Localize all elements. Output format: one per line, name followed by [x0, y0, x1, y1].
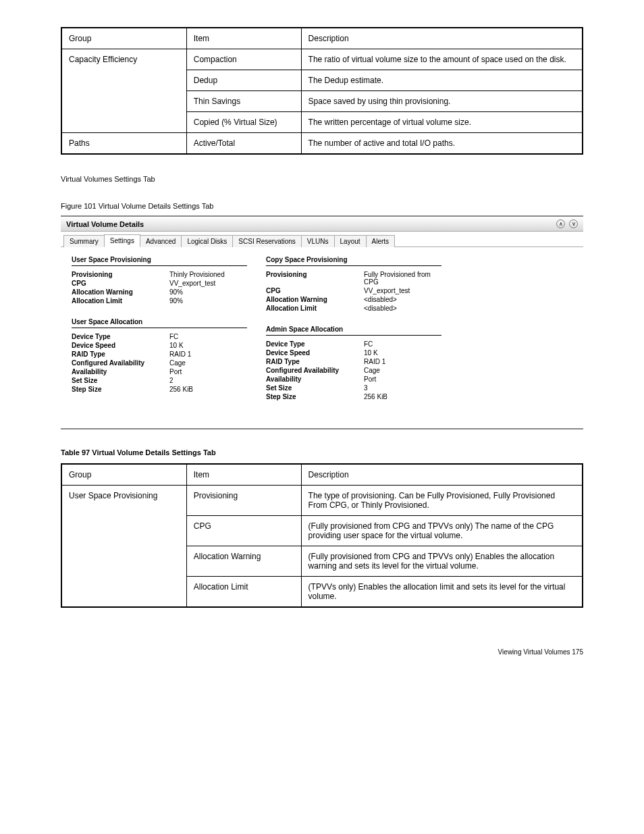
table-desc-cell: Space saved by using thin provisioning. [301, 91, 583, 112]
kv-value: 10 K [169, 342, 247, 349]
kv-key: Step Size [72, 386, 169, 393]
table-desc-cell: (Fully provisioned from CPG and TPVVs on… [301, 516, 583, 546]
kv-key: RAID Type [266, 358, 364, 365]
kv-value: 3 [364, 384, 441, 392]
kv-value: RAID 1 [169, 350, 247, 358]
table-item-cell: Thin Savings [186, 91, 301, 112]
t1-h1: Group [61, 28, 186, 49]
table-desc-cell: The written percentage of virtual volume… [301, 112, 583, 133]
kv-row: Step Size256 KiB [72, 385, 247, 394]
t1-h3: Description [301, 28, 583, 49]
table-item-cell: Active/Total [186, 133, 301, 155]
table-item-cell: Allocation Limit [186, 577, 301, 608]
kv-value: FC [364, 340, 441, 348]
kv-row: Step Size256 KiB [266, 392, 441, 401]
tab-scsi-reservations[interactable]: SCSI Reservations [232, 235, 301, 247]
collapse-icon[interactable]: ∧ [556, 219, 565, 228]
table-item-cell: Dedup [186, 70, 301, 91]
tab-vluns[interactable]: VLUNs [301, 235, 335, 247]
tab-layout[interactable]: Layout [334, 235, 367, 247]
kv-value: <disabled> [364, 296, 441, 303]
right-column: Copy Space Provisioning ProvisioningFull… [266, 254, 441, 401]
kv-key: Set Size [266, 384, 364, 392]
kv-row: RAID TypeRAID 1 [72, 350, 247, 359]
kv-value: VV_export_test [364, 287, 441, 294]
table-item-cell: Allocation Warning [186, 546, 301, 577]
table-desc-cell: The type of provisioning. Can be Fully P… [301, 486, 583, 516]
kv-row: Allocation Warning90% [72, 288, 247, 296]
tab-settings[interactable]: Settings [104, 234, 140, 247]
panel-titlebar: Virtual Volume Details ∧ ∨ [61, 217, 583, 232]
table-item-cell: Copied (% Virtual Size) [186, 112, 301, 133]
kv-value: 256 KiB [364, 393, 441, 400]
table-group-cell: Paths [61, 133, 186, 155]
table-item-cell: Compaction [186, 49, 301, 70]
kv-value: Port [169, 368, 247, 375]
figure-caption: Figure 101 Virtual Volume Details Settin… [61, 202, 583, 210]
kv-key: Allocation Limit [266, 305, 364, 312]
kv-value: Thinly Provisioned [169, 271, 247, 278]
kv-row: Allocation Limit<disabled> [266, 304, 441, 313]
table-desc-cell: (Fully provisioned from CPG and TPVVs on… [301, 546, 583, 577]
kv-value: <disabled> [364, 305, 441, 312]
kv-row: AvailabilityPort [266, 375, 441, 384]
tab-logical-disks[interactable]: Logical Disks [181, 235, 233, 247]
table-item-cell: Provisioning [186, 486, 301, 516]
kv-row: Allocation Limit90% [72, 296, 247, 305]
kv-value: Cage [364, 367, 441, 374]
tab-summary[interactable]: Summary [63, 235, 105, 247]
t1-h2: Item [186, 28, 301, 49]
kv-row: Set Size3 [266, 384, 441, 392]
kv-key: Allocation Warning [72, 288, 169, 296]
kv-row: ProvisioningFully Provisioned from CPG [266, 270, 441, 286]
kv-row: Device TypeFC [72, 332, 247, 341]
admin-space-allocation-title: Admin Space Allocation [266, 323, 441, 336]
kv-row: CPGVV_export_test [72, 279, 247, 288]
kv-row: CPGVV_export_test [266, 286, 441, 295]
kv-value: VV_export_test [169, 280, 247, 287]
kv-value: RAID 1 [364, 358, 441, 365]
copy-space-provisioning-title: Copy Space Provisioning [266, 254, 441, 266]
kv-row: Device Speed10 K [72, 341, 247, 350]
t2-h1: Group [61, 464, 186, 486]
table-desc-cell: (TPVVs only) Enables the allocation limi… [301, 577, 583, 608]
summary-table-continued: Group Item Description Capacity Efficien… [61, 27, 583, 155]
tab-advanced[interactable]: Advanced [140, 235, 182, 247]
kv-value: 256 KiB [169, 386, 247, 393]
kv-key: Device Type [266, 340, 364, 348]
panel-title: Virtual Volume Details [66, 220, 144, 228]
kv-row: Set Size2 [72, 376, 247, 385]
kv-key: Allocation Warning [266, 296, 364, 303]
page-footer: Viewing Virtual Volumes 175 [61, 648, 583, 656]
tab-alerts[interactable]: Alerts [366, 235, 396, 247]
kv-key: Device Speed [266, 349, 364, 357]
table-group-cell: Capacity Efficiency [61, 49, 186, 133]
virtual-volume-details-panel: Virtual Volume Details ∧ ∨ SummarySettin… [61, 215, 583, 429]
kv-value: 2 [169, 377, 247, 384]
left-column: User Space Provisioning ProvisioningThin… [72, 254, 247, 401]
kv-value: Cage [169, 359, 247, 367]
expand-icon[interactable]: ∨ [569, 219, 578, 228]
kv-key: Step Size [266, 393, 364, 400]
kv-value: 10 K [364, 349, 441, 357]
table-desc-cell: The Dedup estimate. [301, 70, 583, 91]
kv-key: Provisioning [72, 271, 169, 278]
kv-key: RAID Type [72, 350, 169, 358]
kv-value: 90% [169, 288, 247, 296]
settings-tab-heading: Virtual Volumes Settings Tab [61, 175, 583, 183]
kv-value: Port [364, 375, 441, 383]
kv-key: Configured Availability [266, 367, 364, 374]
settings-table: Group Item Description User Space Provis… [61, 463, 583, 608]
kv-row: ProvisioningThinly Provisioned [72, 270, 247, 279]
kv-key: Configured Availability [72, 359, 169, 367]
user-space-allocation-title: User Space Allocation [72, 316, 247, 328]
t2-h3: Description [301, 464, 583, 486]
kv-row: Allocation Warning<disabled> [266, 295, 441, 304]
table-desc-cell: The ratio of virtual volume size to the … [301, 49, 583, 70]
kv-row: Device TypeFC [266, 340, 441, 348]
kv-key: CPG [266, 287, 364, 294]
kv-key: Provisioning [266, 271, 364, 286]
table97-caption: Table 97 Virtual Volume Details Settings… [61, 448, 583, 457]
kv-key: Availability [72, 368, 169, 375]
kv-key: Allocation Limit [72, 297, 169, 305]
